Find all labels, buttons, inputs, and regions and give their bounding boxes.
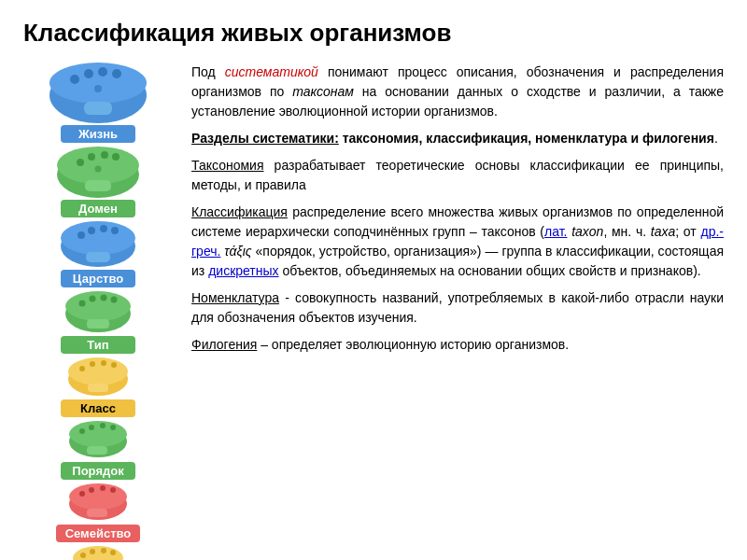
svg-point-25 [65,291,131,321]
svg-point-20 [88,227,95,234]
svg-point-41 [89,425,94,430]
svg-point-49 [100,485,106,491]
intro-paragraph: Под систематикой понимают процесс описан… [191,63,724,121]
svg-point-10 [57,147,139,184]
svg-point-42 [100,423,106,428]
label-zhizn: Жизнь [61,125,135,143]
classif-text5: объектов, объединяемых на основании общи… [279,263,701,278]
svg-point-22 [111,227,119,234]
phylogeny-label: Филогения [191,337,257,352]
label-poryadok: Порядок [61,462,135,480]
svg-rect-44 [87,446,107,455]
level-poryadok: Порядок [61,421,135,482]
intro-taxon: таксонам [292,84,354,99]
main-text: Под систематикой понимают процесс описан… [191,63,724,362]
svg-point-26 [78,301,85,307]
svg-point-28 [100,295,106,301]
sections-paragraph: Разделы систематики: таксономия, классиф… [191,129,724,148]
svg-point-32 [68,357,128,385]
level-domen: Домен [54,147,143,219]
svg-point-2 [70,75,79,84]
nomenclature-paragraph: Номенклатура - совокупность названий, уп… [191,288,724,328]
taxonomy-paragraph: Таксономия разрабатывает теоретические о… [191,156,724,195]
svg-point-15 [94,166,101,173]
level-zhizn: Жизнь [47,63,149,145]
svg-point-1 [49,63,147,104]
classif-label: Классификация [191,204,288,219]
page-title: Классификация живых организмов [23,19,724,48]
taxonomy-text: разрабатывает теоретические основы класс… [191,158,724,192]
level-tip: Тип [61,291,135,356]
intro-link: систематикой [225,64,318,79]
svg-point-48 [89,487,94,493]
svg-point-54 [80,553,86,558]
svg-point-21 [100,225,107,232]
svg-point-40 [79,428,85,434]
label-tsarstvo: Царство [61,270,135,287]
level-klass: Класс [61,357,135,419]
nomenclature-label: Номенклатура [191,290,279,305]
svg-point-27 [89,296,95,302]
svg-point-6 [94,85,102,92]
svg-rect-30 [87,319,109,329]
classif-taxon: taxon [567,224,603,239]
svg-point-11 [77,159,84,166]
svg-rect-37 [88,384,108,392]
svg-point-19 [78,231,85,239]
level-semeystvo: Семейство [56,483,141,544]
svg-point-57 [110,550,116,555]
svg-point-14 [112,153,120,161]
intro-before: Под [191,64,225,79]
svg-point-43 [110,425,116,430]
svg-point-13 [101,151,108,159]
svg-point-34 [90,361,95,367]
sections-list: таксономия, классификация, номенклатура … [339,131,714,146]
classif-taxa: taxa [651,224,675,239]
svg-point-5 [112,69,121,78]
svg-point-56 [101,548,106,553]
taxonomy-label: Таксономия [191,158,263,173]
svg-point-33 [79,366,85,371]
label-klass: Класс [61,399,135,417]
label-semeystvo: Семейство [56,525,141,542]
svg-point-29 [110,297,117,303]
svg-rect-23 [86,252,110,262]
svg-point-46 [69,483,127,510]
svg-point-55 [90,549,95,554]
svg-point-3 [84,69,93,78]
taxonomy-hierarchy: Жизнь Домен [23,63,173,560]
svg-point-35 [101,360,106,366]
label-domen: Домен [61,200,135,217]
svg-rect-51 [87,509,107,517]
svg-point-50 [110,487,116,493]
classif-link1[interactable]: лат. [544,224,567,239]
svg-point-12 [88,153,95,161]
classif-text2: , мн. ч. [603,224,650,239]
level-tsarstvo: Царство [59,221,138,289]
svg-point-47 [79,491,85,497]
svg-point-4 [98,67,107,77]
level-rod: Род [61,546,135,560]
classif-paragraph: Классификация распределение всего множес… [191,203,724,281]
classif-link3[interactable]: дискретных [208,263,278,278]
sections-header: Разделы систематики: [191,131,339,146]
svg-point-36 [111,362,117,368]
svg-rect-7 [84,102,112,115]
phylogeny-paragraph: Филогения – определяет эволюционную исто… [191,335,724,355]
svg-point-18 [61,221,135,255]
classif-text3: ; от [675,224,700,239]
svg-point-39 [69,421,127,447]
svg-rect-16 [85,180,111,191]
phylogeny-text: – определяет эволюционную историю органи… [257,337,569,352]
classif-taxis: τάξις [220,244,251,259]
label-tip: Тип [61,336,135,354]
